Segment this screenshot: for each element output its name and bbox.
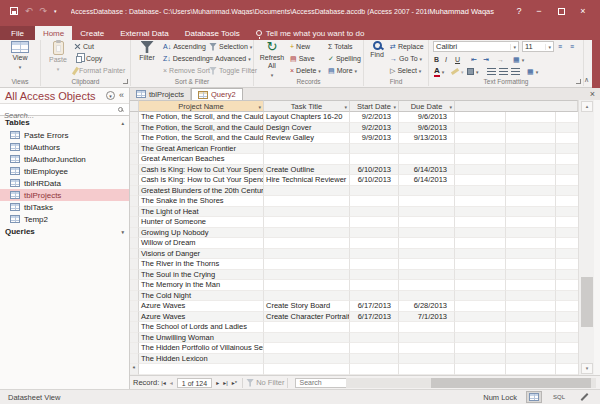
row-selector[interactable]: [130, 322, 139, 333]
align-center-button[interactable]: [499, 66, 508, 77]
underline-button[interactable]: U: [455, 54, 460, 65]
cell[interactable]: Azure Waves: [139, 312, 264, 323]
cell[interactable]: [350, 270, 399, 281]
goto-button[interactable]: → Go To ▾: [390, 53, 422, 64]
cell[interactable]: 9/9/2013: [350, 133, 399, 144]
row-selector[interactable]: [130, 165, 139, 176]
cell[interactable]: [350, 228, 399, 239]
cell[interactable]: [264, 259, 350, 270]
column-dropdown-icon[interactable]: ▾: [393, 104, 396, 110]
cell[interactable]: The Cold Night: [139, 291, 264, 302]
cell[interactable]: [350, 291, 399, 302]
cell[interactable]: 6/14/2013: [399, 165, 455, 176]
cell[interactable]: 6/17/2013: [350, 312, 399, 323]
more-button[interactable]: ▤ More ▾: [328, 65, 357, 76]
cell[interactable]: Design Cover: [264, 123, 350, 134]
table-row[interactable]: The Hidden Lexicon: [130, 354, 578, 365]
cell[interactable]: [350, 322, 399, 333]
table-row[interactable]: The River in the Thorns: [130, 259, 578, 270]
cell[interactable]: 6/28/2013: [399, 301, 455, 312]
cell[interactable]: [264, 354, 350, 365]
cell[interactable]: [350, 144, 399, 155]
font-name-combo[interactable]: Calibri ▾: [433, 41, 519, 52]
cell[interactable]: [264, 228, 350, 239]
cell[interactable]: The River in the Thorns: [139, 259, 264, 270]
cell[interactable]: [350, 259, 399, 270]
nav-menu-icon[interactable]: ▾: [106, 91, 115, 100]
sidebar-item-tblprojects[interactable]: tblProjects: [0, 189, 129, 201]
text-direction-button[interactable]: →: [497, 54, 504, 65]
cell[interactable]: [264, 186, 350, 197]
cell[interactable]: The Potion, the Scroll, and the Cauldro: [139, 133, 264, 144]
account-name[interactable]: Muhammad Waqas: [429, 7, 494, 16]
tab-database-tools[interactable]: Database Tools: [177, 26, 248, 40]
qat-customize-icon[interactable]: ▾: [54, 8, 57, 14]
row-selector[interactable]: [130, 228, 139, 239]
new-button[interactable]: + New: [290, 41, 310, 52]
table-row[interactable]: Great American Beaches: [130, 154, 578, 165]
cell[interactable]: [350, 249, 399, 260]
nav-pane-header[interactable]: All Access Objects ▾ «: [0, 88, 129, 103]
undo-icon[interactable]: ↶: [25, 7, 33, 16]
view-button[interactable]: View ▾: [5, 41, 35, 71]
column-dropdown-icon[interactable]: ▾: [344, 104, 347, 110]
cell[interactable]: Create Character Portraits: [264, 312, 350, 323]
cell[interactable]: [350, 186, 399, 197]
dialog-launcher-icon[interactable]: [123, 79, 128, 84]
tab-file[interactable]: File: [0, 26, 35, 40]
cell[interactable]: 9/6/2013: [399, 123, 455, 134]
nav-search-input[interactable]: [0, 110, 129, 121]
cell[interactable]: Hire Technical Reviewer: [264, 175, 350, 186]
column-header-project-name[interactable]: Project Name ▾: [139, 100, 264, 112]
nav-search-box[interactable]: [0, 103, 129, 116]
highlight-button[interactable]: ▾: [451, 66, 464, 77]
cell[interactable]: Review Galley: [264, 133, 350, 144]
cell[interactable]: The Snake in the Shores: [139, 196, 264, 207]
cell[interactable]: The Light of Heat: [139, 207, 264, 218]
table-row[interactable]: Greatest Blunders of the 20th Century: [130, 186, 578, 197]
bold-button[interactable]: B: [434, 54, 439, 65]
cell[interactable]: [350, 196, 399, 207]
scroll-down-icon[interactable]: ▾: [581, 363, 593, 374]
next-record-button[interactable]: ▸: [216, 379, 219, 386]
table-row[interactable]: The Hidden Portfolio of Villainous Sec: [130, 343, 578, 354]
datasheet-formatting-button[interactable]: ▦ ▾: [527, 66, 538, 77]
table-row[interactable]: The Snake in the Shores: [130, 196, 578, 207]
row-selector[interactable]: [130, 112, 139, 123]
row-selector[interactable]: [130, 312, 139, 323]
cell[interactable]: Growing Up Nobody: [139, 228, 264, 239]
increase-indent-button[interactable]: ⇥: [483, 54, 489, 65]
cell[interactable]: Azure Waves: [139, 301, 264, 312]
table-row[interactable]: Azure WavesCreate Story Board6/17/20136/…: [130, 301, 578, 312]
table-row[interactable]: The Potion, the Scroll, and the CauldroL…: [130, 112, 578, 123]
cell[interactable]: [350, 354, 399, 365]
maximize-button[interactable]: [550, 2, 572, 20]
object-tab-tblprojects[interactable]: tblProjects: [130, 88, 191, 100]
table-row[interactable]: Visions of Danger: [130, 249, 578, 260]
design-view-button[interactable]: [576, 391, 592, 403]
cell[interactable]: 9/13/2013: [399, 133, 455, 144]
filter-status-icon[interactable]: [246, 379, 254, 387]
cut-button[interactable]: Cut: [74, 41, 94, 52]
cell[interactable]: [399, 186, 455, 197]
new-record-row[interactable]: *: [130, 364, 578, 375]
cell[interactable]: [264, 322, 350, 333]
cell[interactable]: Cash is King: How to Cut Your Spending: [139, 165, 264, 176]
cell[interactable]: [399, 322, 455, 333]
cell[interactable]: [264, 238, 350, 249]
row-selector[interactable]: [130, 333, 139, 344]
collapse-ribbon-icon[interactable]: ∧: [584, 76, 589, 84]
vertical-scrollbar[interactable]: ▴ ▾: [578, 100, 594, 375]
advanced-button[interactable]: ≡ Advanced ▾: [209, 53, 251, 64]
sidebar-item-paste-errors[interactable]: Paste Errors: [0, 129, 129, 141]
table-row[interactable]: The Potion, the Scroll, and the CauldroD…: [130, 123, 578, 134]
spelling-button[interactable]: ✓ Spelling: [328, 53, 361, 64]
cell[interactable]: The Memory in the Man: [139, 280, 264, 291]
row-selector[interactable]: [130, 196, 139, 207]
font-color-button[interactable]: A ▾: [434, 66, 444, 77]
tab-external-data[interactable]: External Data: [112, 26, 176, 40]
table-row[interactable]: Cash is King: How to Cut Your SpendingHi…: [130, 175, 578, 186]
previous-record-button[interactable]: ◂: [170, 379, 173, 386]
refresh-all-button[interactable]: ↻ Refresh All ▾: [257, 41, 287, 79]
cell[interactable]: [399, 154, 455, 165]
